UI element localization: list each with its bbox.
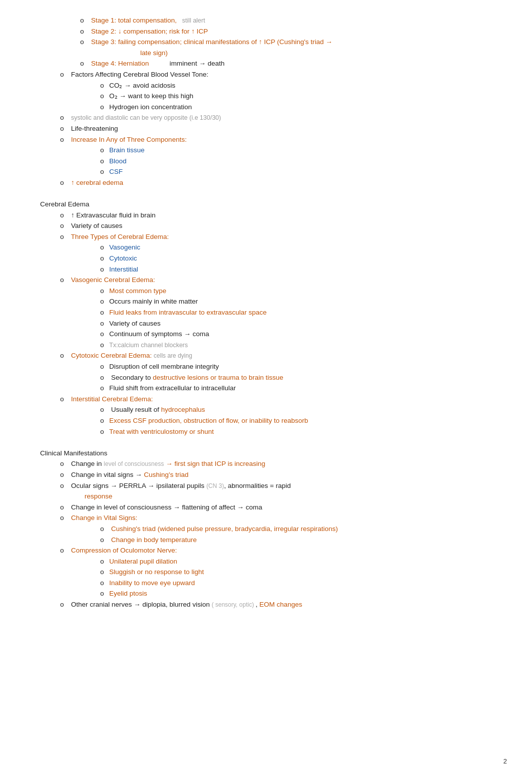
other-cranial-item: Other cranial nerves → diplopia, blurred… (40, 599, 507, 610)
oculomotor-section-item: Compression of Oculomotor Nerve: Unilate… (40, 545, 507, 599)
cytotoxic-section-item: Cytotoxic Cerebral Edema: cells are dyin… (40, 350, 507, 393)
stage1-suffix: still alert (179, 17, 205, 24)
body-temp-text: Change in body temperature (111, 536, 197, 544)
change-vital-item: Change in vital signs → Cushing's triad (40, 469, 507, 480)
inability-move-text: Inability to move eye upward (109, 579, 195, 587)
secondary-item: Secondary to destructive lesions or trau… (60, 372, 507, 383)
calcium-item: Tx:calcium channel blockers (60, 340, 507, 351)
stage1-item: Stage 1: total compensation, still alert (40, 15, 507, 26)
ventriculostomy-item: Treat with ventriculostomy or shunt (60, 426, 507, 437)
change-affect-text: Change in level of consciousness → flatt… (71, 503, 262, 511)
stage3-text: Stage 3: failing compensation; clinical … (91, 38, 333, 46)
cn3-text: (CN 3) (206, 482, 224, 489)
ocular-signs-item: Ocular signs → PERRLA → ipsilateral pupi… (40, 480, 507, 502)
variety-causes-item: Variety of causes (40, 220, 507, 231)
brain-tissue-item: Brain tissue (60, 145, 507, 156)
co2-item: CO₂ → avoid acidosis (60, 80, 507, 91)
interstitial-type-item: Interstitial (60, 264, 507, 275)
interstitial-list: Usually result of hydrocephalus Excess C… (60, 404, 507, 437)
ocular-suffix: , abnormalities = rapid (224, 482, 291, 489)
ventriculostomy-text: Treat with ventriculostomy or shunt (109, 428, 214, 435)
cerebral-edema-section: Cerebral Edema ↑ Extravascular fluid in … (40, 199, 507, 437)
change-vital-signs-item: Change in Vital Signs: Cushing's triad (… (40, 512, 507, 545)
most-common-text: Most common type (109, 287, 166, 295)
cushings-triad-text: Cushing's triad (widened pulse pressure,… (111, 525, 338, 533)
oculomotor-header: Compression of Oculomotor Nerve: (71, 547, 177, 554)
vasogenic-type-text: Vasogenic (109, 243, 140, 251)
eyelid-ptosis-item: Eyelid ptosis (60, 588, 507, 599)
csf-item: CSF (60, 166, 507, 177)
systolic-text: systolic and diastolic can be very oppos… (71, 114, 221, 121)
factors-list: Factors Affecting Cerebral Blood Vessel … (40, 69, 507, 188)
vasogenic-type-item: Vasogenic (60, 242, 507, 253)
secondary-colored: destructive lesions or trauma to brain t… (153, 374, 283, 381)
cytotoxic-suffix: cells are dying (154, 352, 192, 359)
change-affect-item: Change in level of consciousness → flatt… (40, 502, 507, 513)
variety-causes-text: Variety of causes (71, 222, 123, 229)
three-types-text: Three Types of Cerebral Edema: (71, 233, 169, 240)
stages-list: Stage 1: total compensation, still alert… (40, 15, 507, 69)
cushings-triad-ref: Cushing's triad (142, 471, 189, 478)
three-types-item: Three Types of Cerebral Edema: Vasogenic… (40, 231, 507, 275)
sensory-optic-text: ( sensory, optic) (211, 601, 255, 608)
change-vital-signs-text: Change in Vital Signs: (71, 514, 138, 522)
stage4-item: Stage 4: Herniation imminent → death (40, 58, 507, 69)
change-consciousness-item: Change in level of consciousness → first… (40, 458, 507, 469)
hydrogen-text: Hydrogen ion concentration (109, 103, 192, 111)
life-threatening-item: Life-threatening (40, 123, 507, 134)
clinical-list: Change in level of consciousness → first… (40, 458, 507, 610)
sluggish-text: Sluggish or no response to light (109, 568, 204, 576)
most-common-item: Most common type (60, 286, 507, 297)
cytotoxic-type-item: Cytotoxic (60, 253, 507, 264)
stage3-item: Stage 3: failing compensation; clinical … (40, 37, 507, 58)
cerebral-edema-last-item: ↑ cerebral edema (40, 177, 507, 188)
calcium-text: Tx:calcium channel blockers (109, 342, 188, 349)
hydrocephalus-colored: hydrocephalus (161, 406, 205, 413)
cytotoxic-header: Cytotoxic Cerebral Edema: (71, 352, 152, 359)
cerebral-edema-list: ↑ Extravascular fluid in brain Variety o… (40, 210, 507, 437)
excess-csf-item: Excess CSF production, obstruction of fl… (60, 415, 507, 426)
factors-title-item: Factors Affecting Cerebral Blood Vessel … (40, 69, 507, 112)
white-matter-text: Occurs mainly in white matter (109, 298, 198, 305)
fluid-shift-text: Fluid shift from extracellular to intrac… (109, 384, 236, 392)
stage4-text: Stage 4: Herniation (91, 60, 149, 67)
eom-changes-text: EOM changes (259, 601, 303, 608)
ocular-response: response (85, 492, 113, 500)
vasogenic-header: Vasogenic Cerebral Edema: (71, 276, 155, 284)
change-consciousness-suffix: → first sign that ICP is increasing (164, 460, 265, 467)
hydrocephalus-item: Usually result of hydrocephalus (60, 404, 507, 415)
eyelid-ptosis-text: Eyelid ptosis (109, 590, 147, 597)
interstitial-header: Interstitial Cerebral Edema: (71, 395, 153, 403)
csf-text: CSF (109, 168, 123, 175)
cerebral-edema-title: Cerebral Edema (40, 200, 89, 208)
co2-text: CO₂ → avoid acidosis (109, 82, 175, 89)
vasogenic-list: Most common type Occurs mainly in white … (60, 286, 507, 351)
disruption-item: Disruption of cell membrane integrity (60, 361, 507, 372)
fluid-leaks-text: Fluid leaks from intravascular to extrav… (109, 309, 267, 316)
unilateral-pupil-item: Unilateral pupil dilation (60, 556, 507, 567)
cytotoxic-type-text: Cytotoxic (109, 254, 137, 262)
stage1-text: Stage 1: total compensation, (91, 17, 177, 24)
level-consciousness-text: level of consciousness (104, 460, 164, 467)
three-components-list: Brain tissue Blood CSF (60, 145, 507, 177)
systolic-item: systolic and diastolic can be very oppos… (40, 112, 507, 123)
white-matter-item: Occurs mainly in white matter (60, 296, 507, 307)
extravascular-text: ↑ Extravascular fluid in brain (71, 211, 156, 219)
variety-causes2-text: Variety of causes (109, 320, 161, 327)
types-list: Vasogenic Cytotoxic Interstitial (60, 242, 507, 275)
other-cranial-comma: , (255, 601, 259, 608)
body-temp-item: Change in body temperature (60, 535, 507, 546)
cushings-triad-item: Cushing's triad (widened pulse pressure,… (60, 524, 507, 535)
clinical-title: Clinical Manifestations (40, 449, 107, 457)
hydrogen-item: Hydrogen ion concentration (60, 102, 507, 113)
excess-csf-text: Excess CSF production, obstruction of fl… (109, 417, 308, 424)
increase-text: Increase In Any of Three Components: (71, 136, 187, 143)
stage2-item: Stage 2: ↓ compensation; risk for ↑ ICP (40, 26, 507, 37)
vital-signs-list: Cushing's triad (widened pulse pressure,… (60, 524, 507, 545)
blood-text: Blood (109, 157, 127, 165)
continuum-text: Continuum of symptoms → coma (109, 330, 209, 338)
hydrocephalus-prefix: Usually result of (111, 406, 161, 413)
ocular-prefix: Ocular signs → PERRLA → ipsilateral pupi… (71, 482, 206, 489)
cytotoxic-list: Disruption of cell membrane integrity Se… (60, 361, 507, 394)
fluid-leaks-item: Fluid leaks from intravascular to extrav… (60, 307, 507, 318)
